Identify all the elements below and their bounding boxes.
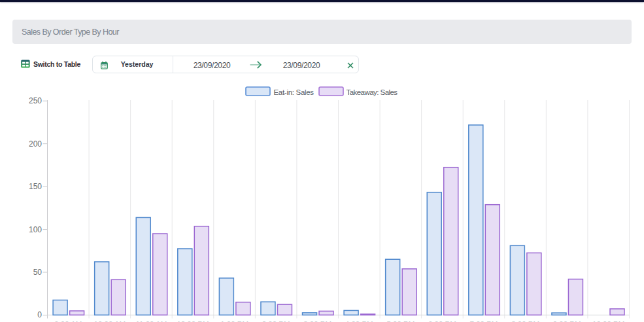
svg-text:0: 0 [37,310,42,319]
svg-text:50: 50 [33,268,42,277]
svg-text:250: 250 [29,96,42,105]
svg-text:150: 150 [29,182,42,191]
svg-text:100: 100 [29,225,42,234]
svg-text:Eat-in: Sales: Eat-in: Sales [274,88,314,96]
svg-text:200: 200 [29,139,42,149]
svg-text:Takeaway: Sales: Takeaway: Sales [347,88,398,96]
